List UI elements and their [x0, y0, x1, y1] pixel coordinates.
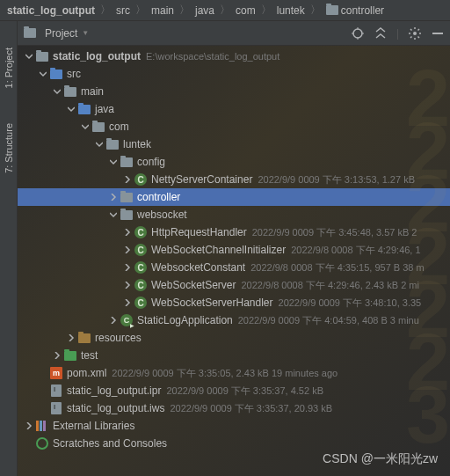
class-netty-server-container[interactable]: CNettyServerContainer2022/9/9 0009 下午 3:… — [18, 171, 450, 188]
breadcrumb-separator: 〉 — [261, 3, 272, 18]
chevron-right-icon[interactable] — [109, 316, 118, 325]
libraries-icon — [35, 420, 49, 432]
tree-node-label: luntek — [123, 138, 151, 150]
breadcrumb: static_log_output〉src〉main〉java〉com〉lunt… — [0, 0, 450, 21]
breadcrumb-separator: 〉 — [220, 3, 230, 18]
tree-node-meta: 2022/9/9 0009 下午 4:04:59, 408 B 3 minu — [238, 314, 419, 327]
folder-java[interactable]: java — [18, 100, 450, 118]
breadcrumb-separator: 〉 — [135, 3, 146, 18]
class-http-request-handler[interactable]: CHttpRequestHandler2022/9/9 0009 下午 3:45… — [18, 223, 450, 241]
breadcrumb-item-luntek[interactable]: luntek — [277, 4, 305, 17]
class-websocket-server[interactable]: CWebSocketServer2022/9/8 0008 下午 4:29:46… — [18, 276, 450, 294]
breadcrumb-item-com[interactable]: com — [236, 4, 256, 17]
tree-node-meta: E:\workspace\static_log_output — [146, 51, 279, 62]
breadcrumb-item-src[interactable]: src — [116, 4, 130, 17]
folder-controller[interactable]: controller — [18, 188, 450, 206]
project-view-title[interactable]: Project — [45, 27, 77, 40]
maven-icon: m — [49, 367, 63, 379]
breadcrumb-item-main[interactable]: main — [151, 4, 174, 17]
folder-icon — [91, 121, 105, 133]
source-folder-icon — [49, 68, 63, 80]
tree-node-meta: 2022/9/9 0009 下午 3:45:48, 3.57 kB 2 — [252, 226, 417, 239]
class-static-log-application[interactable]: CStaticLogApplication2022/9/9 0009 下午 4:… — [18, 311, 450, 329]
hide-icon[interactable] — [431, 26, 445, 40]
chevron-down-icon[interactable] — [39, 70, 47, 78]
tree-node-meta: 2022/9/9 0009 下午 3:35:37, 4.52 kB — [166, 384, 323, 398]
locate-icon[interactable] — [351, 26, 365, 40]
tree-node-label: resources — [95, 332, 142, 344]
chevron-down-icon[interactable] — [109, 157, 118, 166]
tree-node-label: WebSocketChannelInitializer — [151, 244, 286, 256]
chevron-right-icon[interactable] — [123, 245, 132, 254]
chevron-right-icon[interactable] — [109, 193, 118, 201]
chevron-down-icon[interactable] — [67, 105, 76, 114]
file-iws[interactable]: static_log_output.iws2022/9/9 0009 下午 3:… — [18, 399, 450, 417]
breadcrumb-item-java[interactable]: java — [195, 4, 214, 17]
breadcrumb-separator: 〉 — [100, 3, 111, 18]
class-icon: C — [134, 244, 148, 256]
breadcrumb-item-static_log_output[interactable]: static_log_output — [7, 4, 95, 17]
scratches-consoles[interactable]: Scratches and Consoles — [18, 435, 450, 452]
chevron-right-icon[interactable] — [123, 298, 132, 307]
chevron-down-icon[interactable] — [53, 87, 62, 96]
chevron-right-icon[interactable] — [25, 421, 33, 430]
breadcrumb-item-controller[interactable]: controller — [326, 4, 384, 17]
folder-luntek[interactable]: luntek — [18, 135, 450, 153]
project-tree[interactable]: 2222223 static_log_outputE:\workspace\st… — [18, 46, 450, 476]
tree-node-label: StaticLogApplication — [137, 314, 233, 326]
tree-node-label: WebSocketServerHandler — [151, 297, 273, 309]
folder-main[interactable]: main — [18, 83, 450, 100]
tree-node-label: static_log_output — [53, 50, 141, 62]
folder-com[interactable]: com — [18, 118, 450, 135]
tree-node-label: HttpRequestHandler — [151, 226, 247, 238]
class-websocket-channel-initializer[interactable]: CWebSocketChannelInitializer2022/9/8 000… — [18, 241, 450, 259]
tree-node-meta: 2022/9/8 0008 下午 4:29:46, 1 — [291, 244, 420, 257]
chevron-right-icon[interactable] — [123, 175, 132, 184]
tree-node-label: src — [67, 68, 81, 80]
project-view-dropdown-icon[interactable]: ▼ — [82, 29, 89, 37]
file-pom-xml[interactable]: mpom.xml2022/9/9 0009 下午 3:35:05, 2.43 k… — [18, 364, 450, 382]
class-websocket-server-handler[interactable]: CWebSocketServerHandler2022/9/9 0009 下午 … — [18, 294, 450, 311]
chevron-down-icon[interactable] — [25, 52, 33, 61]
application-icon: C — [120, 314, 134, 326]
folder-icon — [120, 209, 134, 221]
project-panel: Project ▼ | 2222223 static_log_outputE:\… — [18, 21, 450, 476]
arrow-placeholder — [39, 404, 47, 413]
arrow-placeholder — [39, 386, 47, 395]
tree-node-meta: 2022/9/8 0008 下午 4:35:15, 957 B 38 m — [250, 261, 425, 275]
folder-resources[interactable]: resources — [18, 329, 450, 347]
file-ipr[interactable]: static_log_output.ipr2022/9/9 0009 下午 3:… — [18, 382, 450, 399]
chevron-right-icon[interactable] — [67, 333, 76, 342]
folder-test[interactable]: test — [18, 347, 450, 364]
project-root[interactable]: static_log_outputE:\workspace\static_log… — [18, 48, 450, 65]
tree-node-label: websocket — [137, 209, 187, 221]
collapse-all-icon[interactable] — [374, 26, 388, 40]
class-websocket-constant[interactable]: CWebsocketConstant2022/9/8 0008 下午 4:35:… — [18, 259, 450, 276]
chevron-right-icon[interactable] — [123, 263, 132, 272]
chevron-right-icon[interactable] — [53, 351, 62, 360]
source-folder-icon — [77, 103, 91, 115]
external-libraries[interactable]: External Libraries — [18, 417, 450, 435]
tree-node-label: static_log_output.ipr — [67, 384, 161, 397]
tree-node-meta: 2022/9/8 0008 下午 4:29:46, 2.43 kB 2 mi — [242, 279, 419, 292]
main-area: 1: Project 7: Structure Project ▼ | 2222… — [0, 21, 450, 476]
idea-file-icon — [49, 402, 63, 414]
resources-folder-icon — [77, 332, 91, 344]
chevron-right-icon[interactable] — [123, 281, 132, 289]
folder-websocket[interactable]: websocket — [18, 206, 450, 223]
chevron-right-icon[interactable] — [123, 228, 132, 237]
test-folder-icon — [63, 349, 77, 362]
folder-config[interactable]: config — [18, 153, 450, 171]
chevron-down-icon[interactable] — [95, 140, 104, 149]
watermark: CSDN @一米阳光zw — [323, 451, 438, 467]
folder-icon — [63, 85, 77, 98]
rail-tab-structure[interactable]: 7: Structure — [4, 123, 14, 173]
chevron-down-icon[interactable] — [81, 122, 90, 131]
folder-src[interactable]: src — [18, 65, 450, 83]
class-icon: C — [134, 226, 148, 238]
tree-node-label: NettyServerContainer — [151, 173, 252, 186]
settings-icon[interactable] — [408, 26, 422, 40]
chevron-down-icon[interactable] — [109, 210, 118, 219]
rail-tab-project[interactable]: 1: Project — [4, 48, 14, 88]
tree-node-label: main — [81, 85, 104, 98]
